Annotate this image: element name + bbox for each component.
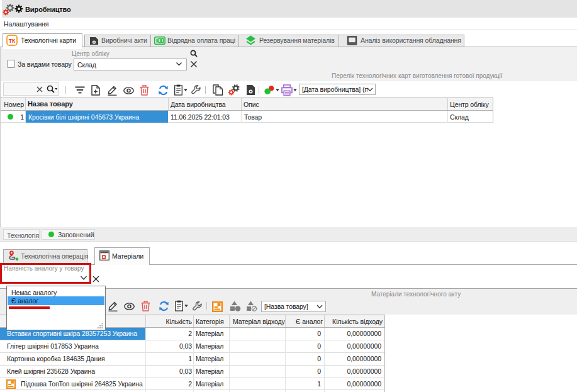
svg-text:ТК: ТК <box>9 38 16 44</box>
